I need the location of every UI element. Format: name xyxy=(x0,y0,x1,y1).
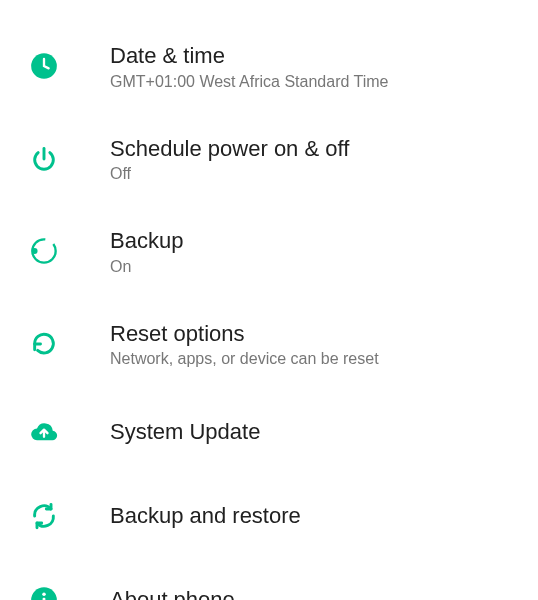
info-icon xyxy=(24,580,64,600)
settings-item-schedule-power[interactable]: Schedule power on & off Off xyxy=(0,113,538,206)
item-title: System Update xyxy=(110,418,260,447)
cloud-upload-icon xyxy=(24,412,64,452)
item-title: Reset options xyxy=(110,320,379,349)
settings-item-date-time[interactable]: Date & time GMT+01:00 West Africa Standa… xyxy=(0,20,538,113)
item-subtitle: GMT+01:00 West Africa Standard Time xyxy=(110,73,389,91)
clock-icon xyxy=(24,46,64,86)
settings-list: Date & time GMT+01:00 West Africa Standa… xyxy=(0,0,538,600)
settings-item-reset-options[interactable]: Reset options Network, apps, or device c… xyxy=(0,298,538,391)
item-title: Backup xyxy=(110,227,183,256)
svg-point-2 xyxy=(32,249,38,255)
settings-item-system-update[interactable]: System Update xyxy=(0,390,538,474)
svg-point-4 xyxy=(42,593,46,597)
settings-item-backup[interactable]: Backup On xyxy=(0,205,538,298)
item-title: Backup and restore xyxy=(110,502,301,531)
item-title: Schedule power on & off xyxy=(110,135,349,164)
backup-icon xyxy=(24,231,64,271)
reset-icon xyxy=(24,324,64,364)
sync-icon xyxy=(24,496,64,536)
item-subtitle: Network, apps, or device can be reset xyxy=(110,350,379,368)
item-subtitle: On xyxy=(110,258,183,276)
item-title: Date & time xyxy=(110,42,389,71)
settings-item-about-phone[interactable]: About phone xyxy=(0,558,538,600)
power-icon xyxy=(24,139,64,179)
item-subtitle: Off xyxy=(110,165,349,183)
settings-item-backup-restore[interactable]: Backup and restore xyxy=(0,474,538,558)
item-title: About phone xyxy=(110,586,235,600)
